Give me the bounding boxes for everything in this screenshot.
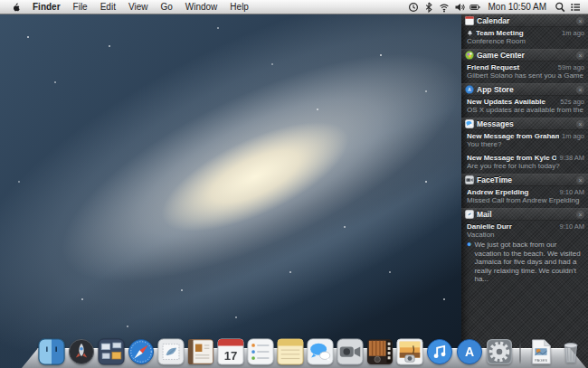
notification-subtitle: Gilbert Solano has sent you a Game Cent.…	[467, 71, 584, 80]
menu-item-go[interactable]: Go	[154, 0, 178, 14]
dock-item-facetime[interactable]	[337, 338, 364, 365]
nc-section-app-store: AApp Store×New Updates Available52s agoO…	[461, 83, 588, 118]
notification-row[interactable]: New Message from Kyle Olson9:38 AMAre yo…	[461, 152, 588, 174]
notification-title-line: Danielle Durr9:10 AM	[467, 222, 584, 231]
notification-time: 1m ago	[562, 132, 584, 140]
dock-item-trash[interactable]	[557, 338, 584, 365]
notification-title-line: New Message from Graham Mc...1m ago	[467, 132, 584, 140]
game-center-icon	[465, 51, 474, 60]
dock-item-mission-control[interactable]	[98, 338, 125, 365]
menu-item-window[interactable]: Window	[179, 0, 224, 14]
dock: 17APAGES	[22, 330, 586, 368]
notification-title: New Message from Graham Mc...	[467, 132, 559, 140]
dock-item-notes[interactable]	[277, 338, 304, 365]
nc-header-messages: Messages×	[461, 118, 588, 130]
notification-body-text: We just got back from our vacation to th…	[474, 241, 584, 284]
nc-app-name: Mail	[477, 210, 574, 219]
menu-item-file[interactable]: File	[67, 0, 94, 14]
status-icons	[406, 0, 483, 14]
dock-item-system-preferences[interactable]	[486, 338, 513, 365]
notification-title-line: Friend Request59m ago	[467, 63, 584, 71]
menu-clock[interactable]: Mon 10:50 AM	[483, 2, 552, 12]
notification-time: 9:38 AM	[559, 154, 584, 162]
nc-header-facetime: FaceTime×	[461, 174, 588, 186]
notification-time: 9:10 AM	[559, 188, 584, 196]
dock-item-contacts[interactable]	[187, 338, 214, 365]
nc-app-name: Messages	[477, 119, 574, 128]
apple-menu-icon[interactable]	[5, 2, 26, 13]
notification-row[interactable]: Friend Request59m agoGilbert Solano has …	[461, 61, 588, 83]
mail-icon	[465, 210, 474, 219]
nc-app-name: Game Center	[477, 51, 574, 60]
notification-title-line: New Updates Available52s ago	[467, 98, 584, 106]
notification-row[interactable]: Danielle Durr9:10 AMVacation●We just got…	[461, 221, 588, 287]
dock-item-mail[interactable]	[157, 338, 185, 365]
notification-time: 1m ago	[562, 29, 584, 37]
bluetooth-icon[interactable]	[422, 0, 437, 14]
notification-subtitle: OS X updates are available from the App.…	[467, 106, 584, 115]
dock-item-photo-booth[interactable]	[366, 338, 394, 365]
menu-item-finder[interactable]: Finder	[26, 0, 67, 14]
notification-subtitle: Vacation	[467, 231, 584, 240]
notification-subtitle: Are you free for lunch today?	[467, 162, 584, 171]
notification-time: 52s ago	[560, 98, 584, 106]
dock-item-safari[interactable]	[128, 338, 155, 365]
nc-section-facetime: FaceTime×Andrew Erpelding9:10 AMMissed C…	[461, 174, 588, 208]
close-icon[interactable]: ×	[576, 176, 584, 184]
notification-row[interactable]: Team Meeting1m agoConference Room	[461, 27, 588, 49]
notification-center-icon[interactable]	[567, 0, 583, 14]
menu-item-view[interactable]: View	[122, 0, 155, 14]
dock-item-reminders[interactable]	[247, 338, 274, 365]
notification-title-line: Andrew Erpelding9:10 AM	[467, 188, 584, 196]
svg-text:A: A	[465, 344, 474, 359]
nc-app-name: FaceTime	[477, 175, 574, 184]
notification-title: Team Meeting	[476, 29, 559, 37]
volume-icon[interactable]	[452, 0, 468, 14]
nc-app-name: Calendar	[477, 16, 574, 25]
svg-text:PAGES: PAGES	[535, 358, 547, 363]
status-icons-right	[552, 0, 583, 14]
facetime-icon	[465, 175, 474, 184]
dock-item-iphoto[interactable]	[396, 338, 423, 365]
notification-row[interactable]: New Updates Available52s agoOS X updates…	[461, 96, 588, 118]
dock-item-finder[interactable]	[38, 338, 65, 365]
menu-item-help[interactable]: Help	[223, 0, 255, 14]
notification-title: New Message from Kyle Olson	[467, 154, 556, 162]
close-icon[interactable]: ×	[576, 211, 584, 219]
close-icon[interactable]: ×	[576, 120, 584, 128]
dock-item-itunes[interactable]	[426, 338, 453, 365]
desktop: Calendar×Team Meeting1m agoConference Ro…	[0, 0, 588, 368]
unread-dot-icon: ●	[467, 241, 471, 284]
battery-icon[interactable]	[468, 0, 483, 14]
notification-title: Andrew Erpelding	[467, 188, 556, 196]
nc-section-calendar: Calendar×Team Meeting1m agoConference Ro…	[461, 14, 588, 49]
notification-subtitle: Conference Room	[467, 37, 584, 46]
notification-row[interactable]: Andrew Erpelding9:10 AMMissed Call from …	[461, 186, 588, 208]
nc-section-game-center: Game Center×Friend Request59m agoGilbert…	[461, 49, 588, 83]
menu-item-edit[interactable]: Edit	[94, 0, 122, 14]
calendar-icon	[465, 16, 474, 25]
dock-icon-row: 17APAGES	[38, 338, 584, 365]
notification-body: ●We just got back from our vacation to t…	[467, 241, 584, 284]
dock-item-calendar[interactable]: 17	[217, 338, 244, 365]
menu-items: FinderFileEditViewGoWindowHelp	[26, 0, 255, 14]
menu-bar-right: Mon 10:50 AM	[406, 0, 583, 14]
close-icon[interactable]: ×	[576, 86, 584, 94]
dock-item-pages-document[interactable]: PAGES	[527, 338, 555, 365]
svg-text:17: 17	[224, 349, 238, 363]
notification-title-line: Team Meeting1m ago	[467, 29, 584, 37]
spotlight-icon[interactable]	[552, 0, 567, 14]
app-store-icon: A	[465, 85, 474, 94]
menu-bar: FinderFileEditViewGoWindowHelp Mon 10:50…	[0, 0, 588, 14]
close-icon[interactable]: ×	[576, 17, 584, 25]
dock-item-launchpad[interactable]	[68, 338, 95, 365]
notification-row[interactable]: New Message from Graham Mc...1m agoYou t…	[461, 130, 588, 152]
dock-item-app-store[interactable]: A	[456, 338, 483, 365]
close-icon[interactable]: ×	[576, 52, 584, 60]
dock-item-messages[interactable]	[307, 338, 334, 365]
notification-title: Friend Request	[467, 63, 555, 71]
notification-subtitle: You there?	[467, 140, 584, 149]
nc-section-messages: Messages×New Message from Graham Mc...1m…	[461, 118, 588, 174]
wifi-icon[interactable]	[437, 0, 452, 14]
time-machine-icon[interactable]	[406, 0, 422, 14]
